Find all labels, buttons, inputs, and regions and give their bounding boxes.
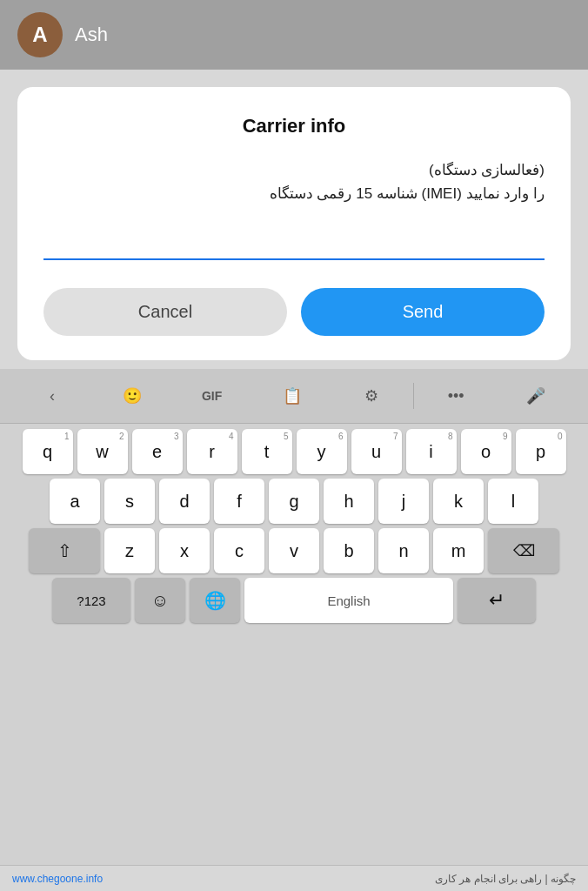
keyboard-row-2: a s d f g h j k l (3, 479, 585, 524)
key-i[interactable]: i8 (406, 429, 457, 474)
key-a[interactable]: a (50, 479, 100, 524)
dialog-title: Carrier info (43, 115, 545, 137)
key-enter[interactable]: ↵ (458, 578, 536, 623)
key-w[interactable]: w2 (77, 429, 128, 474)
keyboard: ‹ 🙂 GIF 📋 ⚙ ••• 🎤 q1 w2 e3 r4 t5 y6 (0, 369, 588, 865)
key-s[interactable]: s (104, 479, 155, 524)
key-v[interactable]: v (269, 528, 319, 573)
key-o[interactable]: o9 (461, 429, 511, 474)
key-l[interactable]: l (488, 479, 538, 524)
key-d[interactable]: d (159, 479, 210, 524)
kb-gif-button[interactable]: GIF (172, 378, 252, 414)
keyboard-row-1: q1 w2 e3 r4 t5 y6 u7 i8 o9 p0 (3, 429, 585, 474)
top-bar: A Ash (0, 0, 588, 70)
key-r[interactable]: r4 (187, 429, 237, 474)
kb-emoji-icon: 🙂 (123, 386, 142, 405)
key-m[interactable]: m (433, 528, 484, 573)
kb-mic-button[interactable]: 🎤 (496, 378, 576, 414)
dialog-body: (فعالسازی دستگاه) را وارد نمایید (IMEI) … (43, 158, 545, 205)
key-num123[interactable]: ?123 (52, 578, 130, 623)
key-q[interactable]: q1 (23, 429, 73, 474)
imei-input[interactable] (43, 230, 545, 255)
key-j[interactable]: j (378, 479, 429, 524)
key-shift[interactable]: ⇧ (29, 528, 100, 573)
kb-gif-label: GIF (202, 389, 222, 403)
key-y[interactable]: y6 (297, 429, 347, 474)
kb-more-button[interactable]: ••• (416, 378, 496, 414)
key-p[interactable]: p0 (516, 429, 566, 474)
key-g[interactable]: g (269, 479, 319, 524)
dialog-body-line1: (فعالسازی دستگاه) (43, 158, 545, 182)
key-n[interactable]: n (378, 528, 429, 573)
key-e[interactable]: e3 (132, 429, 183, 474)
kb-settings-icon: ⚙ (364, 386, 378, 405)
dialog-buttons: Cancel Send (43, 288, 545, 336)
keyboard-rows: q1 w2 e3 r4 t5 y6 u7 i8 o9 p0 a s d f g … (0, 424, 588, 865)
kb-mic-icon: 🎤 (526, 386, 545, 405)
kb-clipboard-button[interactable]: 📋 (252, 378, 332, 414)
keyboard-row-3: ⇧ z x c v b n m ⌫ (3, 528, 585, 573)
key-c[interactable]: c (214, 528, 264, 573)
avatar: A (17, 12, 63, 57)
kb-more-icon: ••• (448, 387, 464, 405)
dialog: Carrier info (فعالسازی دستگاه) را وارد ن… (17, 87, 571, 360)
kb-emoji-button[interactable]: 🙂 (92, 378, 172, 414)
bottom-bar: www.chegoone.info چگونه | راهی برای انجا… (0, 865, 588, 891)
key-z[interactable]: z (104, 528, 155, 573)
key-emoji[interactable]: ☺ (135, 578, 185, 623)
key-x[interactable]: x (159, 528, 210, 573)
kb-back-icon: ‹ (50, 387, 55, 405)
kb-toolbar-divider (413, 383, 414, 409)
key-space[interactable]: English (244, 578, 453, 623)
key-b[interactable]: b (324, 528, 374, 573)
bottom-bar-tagline: چگونه | راهی برای انجام هر کاری (435, 873, 576, 885)
key-u[interactable]: u7 (351, 429, 402, 474)
send-button[interactable]: Send (301, 288, 545, 336)
bottom-bar-website: www.chegoone.info (12, 873, 103, 885)
keyboard-toolbar: ‹ 🙂 GIF 📋 ⚙ ••• 🎤 (0, 369, 588, 424)
key-t[interactable]: t5 (242, 429, 292, 474)
kb-back-button[interactable]: ‹ (12, 378, 92, 414)
kb-clipboard-icon: 📋 (283, 386, 302, 405)
contact-name: Ash (75, 23, 108, 46)
dialog-input-wrapper[interactable] (43, 230, 545, 260)
key-f[interactable]: f (214, 479, 264, 524)
key-globe[interactable]: 🌐 (190, 578, 240, 623)
keyboard-row-bottom: ?123 ☺ 🌐 English ↵ (3, 578, 585, 623)
dialog-backdrop: Carrier info (فعالسازی دستگاه) را وارد ن… (0, 70, 588, 369)
key-delete[interactable]: ⌫ (488, 528, 559, 573)
kb-settings-button[interactable]: ⚙ (331, 378, 411, 414)
cancel-button[interactable]: Cancel (43, 288, 287, 336)
key-k[interactable]: k (433, 479, 484, 524)
key-h[interactable]: h (324, 479, 374, 524)
dialog-body-line2: را وارد نمایید (IMEI) شناسه 15 رقمی دستگ… (43, 182, 545, 205)
